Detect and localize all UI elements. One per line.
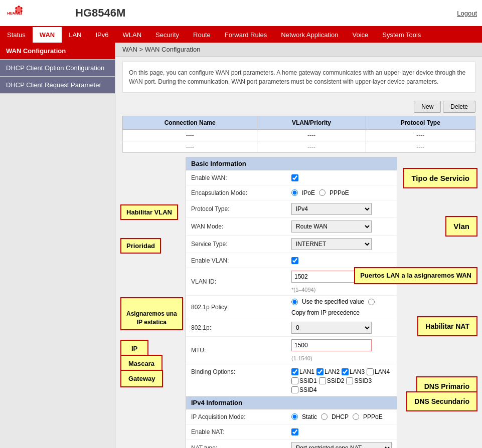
lan1-checkbox[interactable] [291, 368, 298, 375]
annotation-asignar-ip: Asignaremos una IP estatica [120, 297, 183, 330]
encap-mode-control: IPoE PPPoE [291, 189, 392, 196]
lan4-label: LAN4 [375, 368, 390, 375]
lan2-label: LAN2 [325, 368, 340, 375]
protocol-type-select[interactable]: IPv4 IPv6 IPv4/IPv6 [291, 203, 372, 215]
annotation-habilitar-nat: Habilitar NAT [417, 316, 477, 336]
content-wrapper: Tipo de Servicio Habilitar VLAN Vlan Pri… [115, 157, 482, 448]
ssid1-label: SSID1 [299, 377, 317, 384]
delete-button[interactable]: Delete [443, 101, 475, 113]
encap-ipoe-radio[interactable] [291, 189, 298, 196]
info-box: On this page, you can configure WAN port… [122, 62, 475, 93]
nav-voice[interactable]: Voice [345, 27, 375, 43]
table-row[interactable]: ---- ---- ---- [123, 141, 475, 153]
ssid4-label: SSID4 [299, 386, 317, 393]
enable-nat-checkbox[interactable] [291, 428, 298, 435]
binding-options-row: Binding Options: LAN1 LAN2 [186, 364, 397, 396]
nav-forward-rules[interactable]: Forward Rules [218, 27, 274, 43]
ssid2-checkbox[interactable] [319, 377, 326, 384]
enable-nat-row: Enable NAT: [186, 424, 397, 439]
sidebar-item-dhcp-request[interactable]: DHCP Client Request Parameter [0, 77, 115, 94]
sidebar: WAN Configuration DHCP Client Option Con… [0, 43, 115, 448]
nav-system-tools[interactable]: System Tools [375, 27, 428, 43]
ssid1-checkbox[interactable] [291, 377, 298, 384]
service-type-select[interactable]: INTERNET TR069 VOIP OTHER [291, 238, 372, 250]
nav-ipv6[interactable]: IPv6 [89, 27, 116, 43]
encap-mode-row: Encapsulation Mode: IPoE PPPoE [186, 185, 397, 200]
sidebar-item-dhcp-option[interactable]: DHCP Client Option Configuration [0, 60, 115, 77]
enable-vlan-control [291, 257, 392, 264]
wan-mode-select[interactable]: Route WAN Bridge WAN [291, 220, 372, 233]
vlan-id-label: VLAN ID: [191, 278, 291, 285]
nav-route[interactable]: Route [186, 27, 218, 43]
mtu-input[interactable] [291, 339, 372, 351]
table-dash-1: ---- [123, 130, 257, 141]
enable-nat-control [291, 428, 392, 435]
lan2-checkbox[interactable] [316, 368, 324, 375]
nav-bar: Status WAN LAN IPv6 WLAN Security Route … [0, 27, 482, 43]
annotation-puertos-lan: Puertos LAN a la asignaremos WAN [354, 267, 477, 284]
mtu-control: (1-1540) [291, 339, 392, 361]
logout-button[interactable]: Logout [457, 10, 477, 17]
binding-options-label: Binding Options: [191, 368, 291, 375]
enable-nat-label: Enable NAT: [191, 428, 291, 435]
sidebar-item-wan-config[interactable]: WAN Configuration [0, 43, 115, 60]
annotation-gateway: Gateway [120, 370, 163, 387]
col-protocol-type: Protocol Type [366, 116, 475, 130]
nav-security[interactable]: Security [148, 27, 186, 43]
ipmode-pppoe-label: PPPoE [363, 413, 383, 420]
annotation-vlan: Vlan [445, 216, 477, 237]
nav-wan[interactable]: WAN [33, 27, 62, 43]
row-col3: ---- [366, 141, 475, 153]
ip-acquisition-row: IP Acquisition Mode: Static DHCP PPPoE [186, 409, 397, 424]
ssid3-bind-item: SSID3 [346, 377, 372, 384]
ip-acquisition-label: IP Acquisition Mode: [191, 413, 291, 420]
ssid4-checkbox[interactable] [291, 386, 298, 393]
enable-wan-checkbox[interactable] [291, 174, 298, 181]
lan2-bind-item: LAN2 [316, 368, 340, 375]
lan1-label: LAN1 [299, 368, 314, 375]
logo-area: HUAWEI [5, 3, 70, 23]
page-layout: WAN Configuration DHCP Client Option Con… [0, 43, 482, 448]
lan3-checkbox[interactable] [342, 368, 349, 375]
8021p-select[interactable]: 0 123 4567 [291, 322, 372, 334]
8021p-policy-label: 802.1p Policy: [191, 304, 291, 311]
encap-pppoe-label: PPPoE [330, 189, 349, 196]
ssid3-label: SSID3 [354, 377, 372, 384]
lan3-bind-item: LAN3 [342, 368, 365, 375]
nat-type-select[interactable]: Port-restricted cone NAT Full cone NAT R… [291, 442, 392, 448]
ssid3-checkbox[interactable] [346, 377, 353, 384]
ipmode-pppoe-radio[interactable] [353, 413, 359, 420]
protocol-type-label: Protocol Type: [191, 205, 291, 212]
wan-mode-row: WAN Mode: Route WAN Bridge WAN [186, 218, 397, 236]
ipmode-static-label: Static [302, 413, 317, 420]
policy-specified-label: Use the specified value [302, 298, 364, 305]
policy-specified-radio[interactable] [291, 299, 298, 305]
ipmode-static-radio[interactable] [291, 413, 298, 420]
ssid4-bind-item: SSID4 [291, 386, 317, 393]
nav-wlan[interactable]: WLAN [116, 27, 149, 43]
wan-mode-control: Route WAN Bridge WAN [291, 220, 392, 233]
annotation-tipo-servicio: Tipo de Servicio [403, 168, 477, 188]
policy-ip-prec-radio[interactable] [368, 299, 375, 305]
encap-pppoe-radio[interactable] [319, 189, 326, 196]
protocol-type-control: IPv4 IPv6 IPv4/IPv6 [291, 203, 392, 215]
nav-network-app[interactable]: Network Application [274, 27, 345, 43]
row-col1: ---- [123, 141, 257, 153]
table-dash-3: ---- [366, 130, 475, 141]
new-button[interactable]: New [414, 101, 441, 113]
enable-vlan-row: Enable VLAN: [186, 253, 397, 268]
enable-wan-label: Enable WAN: [191, 174, 291, 181]
ipmode-dhcp-label: DHCP [332, 413, 349, 420]
protocol-type-row: Protocol Type: IPv4 IPv6 IPv4/IPv6 [186, 200, 397, 218]
encap-mode-label: Encapsulation Mode: [191, 189, 291, 196]
nav-lan[interactable]: LAN [62, 27, 88, 43]
nav-status[interactable]: Status [0, 27, 33, 43]
lan4-checkbox[interactable] [367, 368, 374, 375]
main-content: WAN > WAN Configuration On this page, yo… [115, 43, 482, 448]
nat-type-label: NAT type: [191, 444, 291, 448]
enable-vlan-checkbox[interactable] [291, 257, 298, 264]
lan3-label: LAN3 [350, 368, 365, 375]
ipmode-dhcp-radio[interactable] [321, 413, 328, 420]
wan-config-table: Connection Name VLAN/Priority Protocol T… [122, 116, 475, 153]
policy-ip-prec-label: Copy from IP precedence [291, 309, 360, 316]
